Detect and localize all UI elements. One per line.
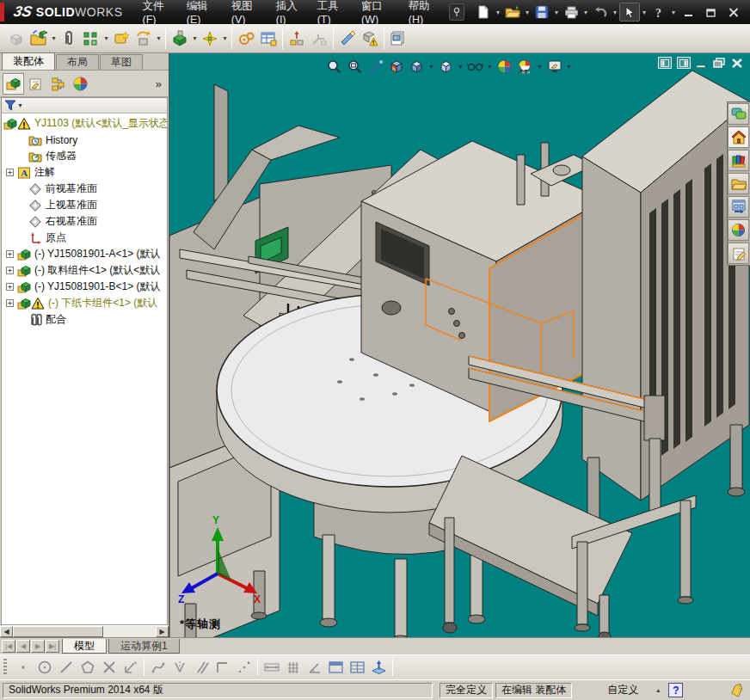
select-dropdown[interactable]: ▾	[640, 9, 649, 16]
tree-row-paper-card-component[interactable]: + (-) 下纸卡组件<1> (默认	[2, 295, 167, 311]
zoom-to-area-button[interactable]	[345, 57, 365, 77]
new-document-button[interactable]	[473, 3, 494, 21]
display-style-dropdown[interactable]: ▾	[457, 63, 464, 71]
tree-row-top-plane[interactable]: 上视基准面	[2, 197, 167, 213]
open-part-button[interactable]	[28, 28, 50, 50]
restore-document-button[interactable]	[713, 58, 726, 69]
prev-tab-button[interactable]: ◀	[16, 640, 30, 653]
save-button[interactable]	[532, 3, 552, 21]
tree-row-component-a[interactable]: + (-) YJ15081901-A<1> (默认	[2, 246, 167, 262]
expand-box[interactable]: +	[6, 250, 14, 258]
tree-row-component-b[interactable]: + (-) YJ15081901-B<1> (默认	[2, 279, 167, 295]
next-tab-button[interactable]: ▶	[31, 640, 45, 653]
section-view-button[interactable]	[386, 57, 406, 77]
grid-tool[interactable]	[282, 657, 304, 678]
pin-menu-button[interactable]	[449, 3, 464, 21]
pane-right-button[interactable]	[677, 57, 691, 69]
line-tool[interactable]	[55, 657, 77, 678]
apply-scene-dropdown[interactable]: ▾	[536, 63, 544, 71]
tree-filter-bar[interactable]: ▾	[2, 98, 167, 114]
explode-line-sketch-button[interactable]	[308, 28, 330, 50]
help-button[interactable]: ?	[649, 3, 669, 21]
open-document-dropdown[interactable]: ▾	[523, 9, 532, 16]
view-settings-dropdown[interactable]: ▾	[565, 63, 573, 71]
configurationmanager-tab[interactable]	[47, 73, 69, 95]
tree-row-history[interactable]: History	[2, 132, 167, 148]
view-palette-tab[interactable]	[728, 196, 749, 218]
motion-study-tab[interactable]: 运动算例1	[108, 639, 180, 654]
close-document-button[interactable]	[731, 58, 743, 69]
display-style-button[interactable]	[436, 57, 456, 77]
spline-tool[interactable]	[147, 657, 169, 678]
circle-tool[interactable]	[34, 657, 55, 678]
menu-file[interactable]: 文件(F)	[134, 0, 178, 24]
linear-component-pattern-button[interactable]	[80, 28, 102, 50]
save-dropdown[interactable]: ▾	[552, 9, 561, 16]
zoom-to-fit-button[interactable]	[324, 57, 344, 77]
open-part-dropdown[interactable]: ▾	[50, 34, 58, 42]
view-orientation-button[interactable]	[407, 57, 427, 77]
tree-row-root[interactable]: YJ1103 (默认<默认_显示状态	[2, 115, 167, 132]
first-tab-button[interactable]: |◀	[2, 640, 15, 653]
bill-of-materials-button[interactable]	[257, 28, 280, 50]
select-tool-button[interactable]	[619, 3, 640, 21]
cell-table-tool[interactable]	[325, 657, 347, 678]
sketch-chamfer-tool[interactable]	[120, 657, 141, 678]
model-tab[interactable]: 模型	[62, 639, 107, 654]
custom-properties-tab[interactable]	[728, 243, 749, 264]
undo-button[interactable]	[590, 3, 611, 21]
offset-entities-tool[interactable]	[190, 657, 212, 678]
toolbar-set-dropdown[interactable]: ▴	[656, 686, 660, 694]
panel-horizontal-scrollbar[interactable]: ◀ ▶	[0, 625, 169, 637]
expand-box[interactable]: +	[6, 169, 14, 176]
help-dropdown[interactable]: ▾	[669, 9, 678, 16]
filter-dropdown[interactable]: ▾	[16, 101, 24, 109]
minimize-button[interactable]	[678, 4, 700, 20]
toolbar-grip[interactable]	[3, 659, 7, 676]
view-settings-button[interactable]	[544, 57, 564, 77]
smart-fasteners-button[interactable]	[110, 28, 132, 50]
take-snapshot-button[interactable]	[387, 28, 409, 50]
menu-help[interactable]: 帮助(H)	[401, 0, 446, 24]
apply-scene-button[interactable]	[515, 57, 535, 77]
menu-insert[interactable]: 插入(I)	[268, 0, 310, 24]
solidworks-resources-tab[interactable]	[728, 126, 749, 148]
previous-view-button[interactable]	[366, 57, 385, 77]
tree-row-sensors[interactable]: 传感器	[2, 148, 167, 164]
refgeom-dropdown[interactable]: ▾	[221, 34, 229, 42]
appearances-scenes-tab[interactable]	[728, 219, 749, 241]
trim-entities-tool[interactable]	[98, 657, 120, 678]
tab-assembly[interactable]: 装配体	[2, 52, 55, 70]
print-button[interactable]	[561, 3, 581, 21]
corner-rectangle-tool[interactable]	[212, 657, 233, 678]
quick-tips-button[interactable]: ?	[668, 683, 683, 697]
large-assembly-mode-button[interactable]: !	[359, 28, 381, 50]
displaymanager-tab[interactable]	[70, 73, 91, 95]
tree-row-annotations[interactable]: + A 注解	[2, 164, 167, 181]
manager-overflow-chevron[interactable]: »	[156, 77, 162, 90]
point-tool[interactable]	[12, 657, 34, 678]
smart-dimension-tool[interactable]	[261, 657, 282, 678]
mirror-entities-tool[interactable]	[169, 657, 190, 678]
tree-row-pick-component[interactable]: + (-) 取料组件<1> (默认<默认	[2, 262, 167, 279]
restore-button[interactable]	[700, 4, 722, 20]
polygon-tool[interactable]	[77, 657, 98, 678]
toolbar-set-selector[interactable]: 自定义	[601, 683, 644, 698]
file-explorer-tab[interactable]	[728, 173, 749, 194]
last-tab-button[interactable]: ▶|	[46, 640, 59, 653]
menu-edit[interactable]: 编辑(E)	[179, 0, 224, 24]
scroll-right-button[interactable]: ▶	[156, 626, 169, 637]
graphics-viewport[interactable]: ▾ ▾ ▾ ▾ ▾ Y X Z	[169, 53, 750, 637]
scroll-thumb[interactable]	[13, 626, 103, 637]
scroll-left-button[interactable]: ◀	[0, 626, 13, 637]
insert-components-button[interactable]	[5, 28, 28, 50]
pattern-dropdown[interactable]: ▾	[102, 34, 110, 42]
new-document-dropdown[interactable]: ▾	[494, 9, 502, 16]
open-document-button[interactable]	[502, 3, 523, 21]
reference-geometry-button[interactable]	[199, 28, 221, 50]
tree-row-front-plane[interactable]: 前视基准面	[2, 181, 167, 197]
close-button[interactable]	[722, 4, 745, 20]
move-dropdown[interactable]: ▾	[155, 34, 163, 42]
expand-box[interactable]: +	[6, 267, 14, 274]
tree-row-mates[interactable]: 配合	[2, 311, 167, 328]
